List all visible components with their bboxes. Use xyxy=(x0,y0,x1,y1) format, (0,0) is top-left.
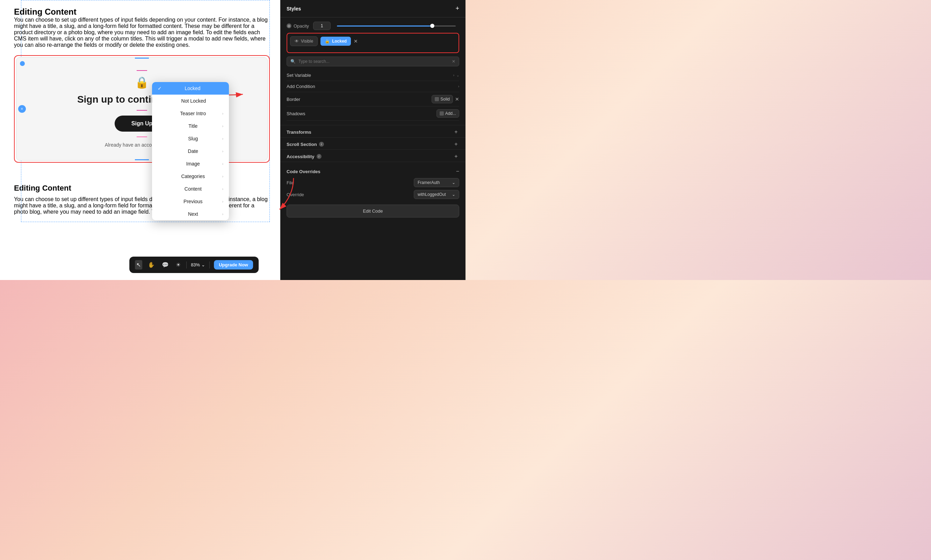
border-dropdown[interactable]: Solid xyxy=(432,95,453,103)
code-overrides-label: Code Overrides xyxy=(287,169,321,174)
set-variable-label: Set Variable xyxy=(287,72,311,78)
toolbar-separator-2 xyxy=(209,262,210,268)
accessibility-label: Accessibility xyxy=(287,154,315,159)
border-remove-button[interactable]: ✕ xyxy=(455,96,459,102)
file-row: File FramerAuth ⌄ xyxy=(287,178,459,187)
transforms-section: Transforms + xyxy=(280,125,465,137)
add-condition-chevron: › xyxy=(458,85,459,88)
override-label: Override xyxy=(287,192,304,197)
chevron-right-icon: › xyxy=(222,124,223,128)
dropdown-item-date[interactable]: Date › xyxy=(152,145,229,157)
visibility-row: 👁 Visible 🔒 Locked ✕ xyxy=(290,36,456,46)
search-icon: 🔍 xyxy=(290,59,296,64)
opacity-control xyxy=(313,22,459,30)
magenta-line-top xyxy=(137,70,147,71)
canvas-content: Editing Content You can choose to set up… xyxy=(0,0,284,177)
code-overrides-header: Code Overrides − xyxy=(287,166,459,178)
dropdown-item-teaser-intro[interactable]: Teaser Intro › xyxy=(152,107,229,120)
dropdown-item-content[interactable]: Content › xyxy=(152,183,229,195)
file-label: File xyxy=(287,180,294,185)
scroll-section-info-icon: i xyxy=(319,142,324,147)
dropdown-item-label: Previous xyxy=(184,198,202,204)
accessibility-section: Accessibility i + xyxy=(280,149,465,162)
cursor-tool[interactable]: ↖ xyxy=(135,260,142,269)
dropdown-item-not-locked[interactable]: Not Locked xyxy=(152,95,229,107)
bottom-paragraph: You can choose to set up different types… xyxy=(14,196,270,215)
accessibility-plus-button[interactable]: + xyxy=(453,153,459,160)
search-clear-icon[interactable]: ✕ xyxy=(452,59,455,64)
shadows-controls: Add... xyxy=(437,109,459,118)
signup-card: 🔒 Sign up to continue reading Sign Up Al… xyxy=(16,57,268,161)
opacity-row: ◎ Opacity xyxy=(287,22,459,30)
dropdown-item-label: Date xyxy=(188,148,199,154)
panel-plus-button[interactable]: + xyxy=(455,5,459,12)
add-condition-controls: › xyxy=(458,85,459,88)
hand-tool[interactable]: ✋ xyxy=(147,260,156,269)
left-handle[interactable]: ≡ xyxy=(18,105,26,113)
file-chevron-icon: ⌄ xyxy=(452,180,455,185)
dropdown-item-label: Locked xyxy=(185,86,200,91)
dropdown-item-previous[interactable]: Previous › xyxy=(152,195,229,208)
dropdown-item-next[interactable]: Next › xyxy=(152,208,229,220)
top-paragraph: You can choose to set up different types… xyxy=(14,17,270,48)
opacity-input[interactable] xyxy=(313,22,330,30)
zoom-control[interactable]: 83% ⌄ xyxy=(191,262,205,268)
chevron-right-icon: › xyxy=(222,112,223,115)
dropdown-item-label: Next xyxy=(188,211,198,217)
override-dropdown[interactable]: withLoggedOut ⌄ xyxy=(414,190,459,199)
transforms-plus-button[interactable]: + xyxy=(453,129,459,135)
sun-tool[interactable]: ☀ xyxy=(174,260,182,269)
chevron-right-icon: › xyxy=(222,162,223,166)
locked-highlight: 👁 Visible 🔒 Locked ✕ xyxy=(287,33,459,53)
bottom-heading: Editing Content xyxy=(14,184,270,193)
dropdown-item-title[interactable]: Title › xyxy=(152,120,229,132)
bottom-toolbar: ↖ ✋ 💬 ☀ 83% ⌄ Upgrade Now xyxy=(129,257,259,273)
accessibility-row: Accessibility i + xyxy=(287,150,459,162)
override-value: withLoggedOut xyxy=(418,192,446,197)
opacity-label: ◎ Opacity xyxy=(287,23,309,29)
right-panel: Styles + ◎ Opacity 👁 Visible xyxy=(280,0,465,280)
opacity-icon: ◎ xyxy=(287,23,292,28)
panel-title: Styles xyxy=(287,6,301,12)
shadows-add[interactable]: Add... xyxy=(437,109,459,118)
chevron-right-icon: › xyxy=(222,149,223,153)
file-dropdown[interactable]: FramerAuth ⌄ xyxy=(414,178,459,187)
comment-tool[interactable]: 💬 xyxy=(161,260,170,269)
search-input[interactable] xyxy=(298,59,449,64)
scroll-section-label: Scroll Section xyxy=(287,142,317,147)
lock-small-icon: 🔒 xyxy=(325,39,330,44)
upgrade-button[interactable]: Upgrade Now xyxy=(214,260,253,269)
eye-icon: 👁 xyxy=(295,39,299,44)
file-value: FramerAuth xyxy=(418,180,440,185)
handle-icon: ≡ xyxy=(21,107,23,111)
dropdown-item-label: Not Locked xyxy=(181,98,206,104)
set-variable-row: Set Variable › ⌄ xyxy=(287,70,459,81)
border-controls: Solid ✕ xyxy=(432,95,459,103)
dropdown-item-label: Categories xyxy=(181,174,205,179)
visible-button[interactable]: 👁 Visible xyxy=(290,36,318,46)
signup-card-wrapper: 🔒 Sign up to continue reading Sign Up Al… xyxy=(14,55,270,163)
lock-icon: 🔒 xyxy=(135,76,149,89)
border-row: Border Solid ✕ xyxy=(287,92,459,106)
dropdown-item-image[interactable]: Image › xyxy=(152,157,229,170)
dropdown-item-locked[interactable]: ✓ Locked xyxy=(152,82,229,95)
chevron-right-icon: › xyxy=(222,187,223,191)
dropdown-item-slug[interactable]: Slug › xyxy=(152,132,229,145)
dropdown-item-label: Content xyxy=(185,186,202,192)
dropdown-item-categories[interactable]: Categories › xyxy=(152,170,229,183)
edit-code-button[interactable]: Edit Code xyxy=(287,205,459,217)
scroll-section-plus-button[interactable]: + xyxy=(453,141,459,147)
scroll-section-area: Scroll Section i + xyxy=(280,137,465,149)
toolbar-separator xyxy=(186,262,187,268)
chevron-right-icon: › xyxy=(222,212,223,216)
shadows-label: Shadows xyxy=(287,111,305,116)
locked-close-button[interactable]: ✕ xyxy=(354,38,358,44)
canvas-area: Editing Content You can choose to set up… xyxy=(0,0,284,280)
opacity-slider[interactable] xyxy=(337,26,456,26)
code-overrides-minus-button[interactable]: − xyxy=(456,168,459,175)
set-variable-down: ⌄ xyxy=(456,73,459,77)
set-variable-chevron: › xyxy=(453,73,454,77)
locked-button[interactable]: 🔒 Locked xyxy=(321,37,351,46)
override-row: Override withLoggedOut ⌄ xyxy=(287,190,459,199)
zoom-value: 83% xyxy=(191,262,200,268)
